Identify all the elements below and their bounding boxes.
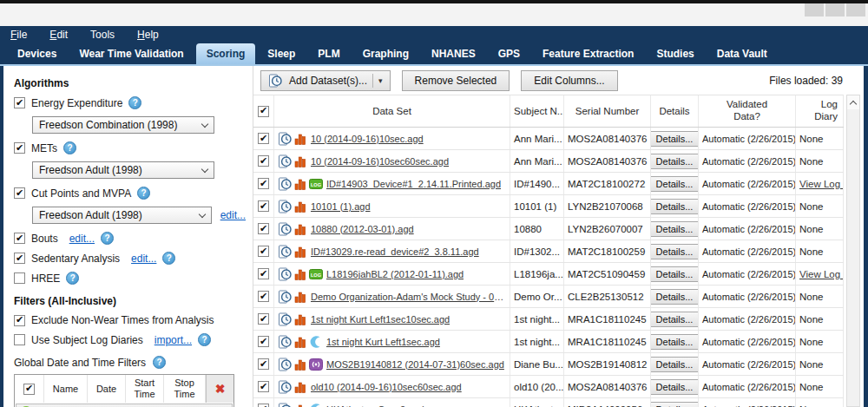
column-log-diary[interactable]: Log Diary xyxy=(796,95,844,127)
row-checkbox[interactable] xyxy=(258,268,269,279)
view-log-diary-link[interactable]: View Log Di xyxy=(799,179,844,189)
dataset-link[interactable]: 1st night Kurt Left1sec10sec.agd xyxy=(311,314,450,325)
energy-expenditure-checkbox[interactable] xyxy=(14,97,25,108)
row-checkbox[interactable] xyxy=(258,358,269,370)
row-checkbox[interactable] xyxy=(258,291,269,302)
dataset-link[interactable]: ID#14903_Device#1_2.14.11.Printed.agd xyxy=(326,179,501,189)
row-checkbox[interactable] xyxy=(258,246,269,257)
log-diaries-checkbox[interactable] xyxy=(14,334,25,345)
row-checkbox[interactable] xyxy=(258,133,269,144)
details-button[interactable]: Details... xyxy=(651,154,699,169)
add-datetime-filter-button[interactable]: + Add New Date/Time Filter xyxy=(16,404,233,407)
details-button[interactable]: Details... xyxy=(651,244,699,259)
details-button[interactable]: Details... xyxy=(651,334,699,350)
tab-sleep[interactable]: Sleep xyxy=(257,43,306,64)
tab-graphing[interactable]: Graphing xyxy=(352,43,419,64)
dataset-link[interactable]: Demo Organization-Adam's Mock Study - 00… xyxy=(311,292,506,302)
remove-selected-button[interactable]: Remove Selected xyxy=(402,70,510,91)
menu-tools[interactable]: Tools xyxy=(90,29,115,41)
details-button[interactable]: Details... xyxy=(651,289,699,305)
dataset-link[interactable]: ID#13029.re-read_device#2_3.8.11.agd xyxy=(311,246,479,257)
validated-value: Automatic (2/26/2015) xyxy=(702,382,796,392)
row-checkbox[interactable] xyxy=(258,223,269,234)
bouts-edit-link[interactable]: edit... xyxy=(69,233,95,245)
add-datasets-button[interactable]: Add Dataset(s)... ▾ xyxy=(260,70,391,91)
tab-studies[interactable]: Studies xyxy=(646,43,704,64)
help-icon[interactable]: ? xyxy=(101,232,114,245)
view-log-diary-link[interactable]: View Log Di xyxy=(799,269,844,279)
tab-plm[interactable]: PLM xyxy=(307,43,350,64)
row-checkbox[interactable] xyxy=(258,178,269,189)
tab-gps[interactable]: GPS xyxy=(488,43,530,64)
dataset-link[interactable]: L18196jahBL2 (2012-01-11).agd xyxy=(326,269,464,279)
column-subject-name[interactable]: Subject N... xyxy=(510,95,564,127)
energy-expenditure-select[interactable]: Freedson Combination (1998) xyxy=(32,116,214,134)
select-all-checkbox[interactable] xyxy=(258,106,269,117)
help-icon[interactable]: ? xyxy=(162,252,175,265)
minimize-button[interactable] xyxy=(805,3,824,16)
menu-file[interactable]: File xyxy=(10,29,27,41)
dataset-link[interactable]: 10880 (2012-03-01).agd xyxy=(311,224,414,234)
row-checkbox[interactable] xyxy=(258,200,269,212)
mets-checkbox[interactable] xyxy=(14,142,25,154)
details-button[interactable]: Details... xyxy=(651,379,699,395)
details-button[interactable]: Details... xyxy=(651,402,699,407)
tab-scoring[interactable]: Scoring xyxy=(196,43,256,64)
menu-help[interactable]: Help xyxy=(137,29,159,41)
column-serial-number[interactable]: Serial Number xyxy=(564,95,651,127)
help-icon[interactable]: ? xyxy=(128,96,141,109)
dataset-link[interactable]: 10 (2014-09-16)10sec60sec.agd xyxy=(311,156,449,167)
row-checkbox[interactable] xyxy=(258,155,269,167)
column-validated-data[interactable]: Validated Data? xyxy=(699,95,796,127)
row-checkbox[interactable] xyxy=(258,313,269,325)
details-button[interactable]: Details... xyxy=(651,312,699,327)
filter-select-all-checkbox[interactable] xyxy=(23,384,35,395)
tab-data-vault[interactable]: Data Vault xyxy=(707,43,778,64)
bouts-checkbox[interactable] xyxy=(14,233,25,244)
help-icon[interactable]: ? xyxy=(63,141,76,154)
row-checkbox[interactable] xyxy=(258,336,269,347)
row-checkbox[interactable] xyxy=(258,404,269,407)
help-icon[interactable]: ? xyxy=(153,356,166,369)
row-checkbox[interactable] xyxy=(258,381,269,392)
mets-select[interactable]: Freedson Adult (1998) xyxy=(32,161,214,179)
sedentary-checkbox[interactable] xyxy=(14,253,25,264)
edit-columns-button[interactable]: Edit Columns... xyxy=(521,70,617,91)
dataset-link[interactable]: HKAtlanta - Copy2.agd xyxy=(326,404,424,407)
import-link[interactable]: import... xyxy=(155,334,192,346)
dataset-link[interactable]: MOS2B19140812 (2014-07-31)60sec.agd xyxy=(326,359,504,370)
dropdown-arrow-icon[interactable]: ▾ xyxy=(378,76,383,85)
sedentary-edit-link[interactable]: edit... xyxy=(131,253,156,265)
close-button[interactable] xyxy=(846,3,865,16)
tab-nhanes[interactable]: NHANES xyxy=(421,43,486,64)
dataset-link[interactable]: old10 (2014-09-16)10sec60sec.agd xyxy=(311,382,462,392)
tab-devices[interactable]: Devices xyxy=(7,43,67,64)
vertical-scrollbar[interactable] xyxy=(846,95,860,407)
help-icon[interactable]: ? xyxy=(198,333,211,346)
maximize-button[interactable] xyxy=(825,3,845,16)
details-button[interactable]: Details... xyxy=(651,266,699,282)
help-icon[interactable]: ? xyxy=(137,187,150,200)
cut-points-edit-link[interactable]: edit... xyxy=(220,209,246,221)
details-button[interactable]: Details... xyxy=(651,357,699,372)
details-button[interactable]: Details... xyxy=(651,199,699,214)
column-data-set[interactable]: Data Set xyxy=(274,95,510,127)
dataset-link[interactable]: 10 (2014-09-16)10sec.agd xyxy=(311,134,424,144)
cut-points-checkbox[interactable] xyxy=(14,187,25,199)
tab-feature-extraction[interactable]: Feature Extraction xyxy=(532,43,644,64)
details-button[interactable]: Details... xyxy=(651,176,699,192)
cut-points-select[interactable]: Freedson Adult (1998) xyxy=(32,207,212,224)
help-icon[interactable]: ? xyxy=(66,272,79,285)
column-details[interactable]: Details xyxy=(651,95,699,127)
exclude-nonwear-checkbox[interactable] xyxy=(14,315,25,326)
dataset-cell: 10880 (2012-03-01).agd xyxy=(274,218,510,240)
tab-wear-time-validation[interactable]: Wear Time Validation xyxy=(69,43,194,64)
menu-edit[interactable]: Edit xyxy=(49,29,68,41)
details-button[interactable]: Details... xyxy=(651,131,699,147)
remove-filter-button[interactable]: ✖ xyxy=(206,375,233,403)
hree-checkbox[interactable] xyxy=(14,272,25,284)
scroll-up-button[interactable] xyxy=(847,95,859,109)
details-button[interactable]: Details... xyxy=(651,221,699,237)
dataset-link[interactable]: 10101 (1).agd xyxy=(311,201,371,212)
dataset-link[interactable]: 1st night Kurt Left1sec.agd xyxy=(326,337,440,347)
